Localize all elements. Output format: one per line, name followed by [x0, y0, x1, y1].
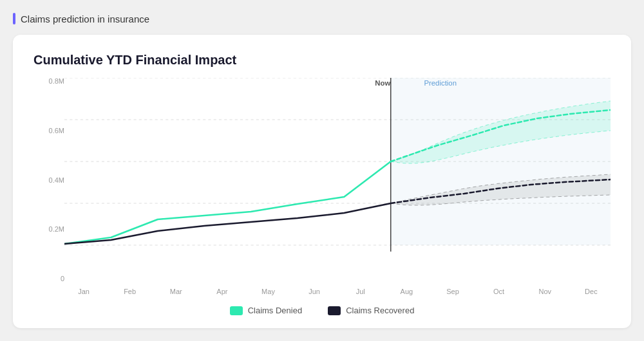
x-label-nov: Nov — [526, 288, 564, 295]
x-axis: Jan Feb Mar Apr May Jun Jul Aug Sep Oct … — [33, 288, 611, 295]
legend-recovered-label: Claims Recovered — [346, 306, 414, 315]
card-title: Cumulative YTD Financial Impact — [33, 53, 611, 68]
y-axis: 0 0.2M 0.4M 0.6M 0.8M — [33, 78, 64, 284]
y-label-04: 0.4M — [33, 177, 64, 184]
x-label-aug: Aug — [387, 288, 426, 295]
x-label-apr: Apr — [203, 288, 242, 295]
x-label-jan: Jan — [64, 288, 103, 295]
x-label-sep: Sep — [433, 288, 472, 295]
x-label-may: May — [249, 288, 288, 295]
y-label-08: 0.8M — [33, 78, 64, 85]
legend: Claims Denied Claims Recovered — [33, 306, 611, 315]
x-label-feb: Feb — [111, 288, 149, 295]
page-title: Claims prediction in insurance — [13, 13, 631, 24]
chart-area: 0 0.2M 0.4M 0.6M 0.8M — [33, 78, 611, 295]
x-label-jun: Jun — [295, 288, 334, 295]
x-label-mar: Mar — [156, 288, 195, 295]
y-label-02: 0.2M — [33, 226, 64, 233]
legend-recovered-color — [328, 306, 341, 315]
chart-card: Cumulative YTD Financial Impact 0 0.2M 0… — [13, 35, 631, 328]
legend-denied-label: Claims Denied — [248, 306, 303, 315]
chart-plot: Now Prediction — [64, 78, 611, 284]
chart-inner: 0 0.2M 0.4M 0.6M 0.8M — [33, 78, 611, 284]
x-label-oct: Oct — [480, 288, 518, 295]
legend-denied: Claims Denied — [230, 306, 303, 315]
legend-recovered: Claims Recovered — [328, 306, 414, 315]
x-label-dec: Dec — [572, 288, 611, 295]
legend-denied-color — [230, 306, 243, 315]
y-label-06: 0.6M — [33, 127, 64, 134]
x-label-jul: Jul — [341, 288, 380, 295]
y-label-0: 0 — [33, 275, 64, 282]
